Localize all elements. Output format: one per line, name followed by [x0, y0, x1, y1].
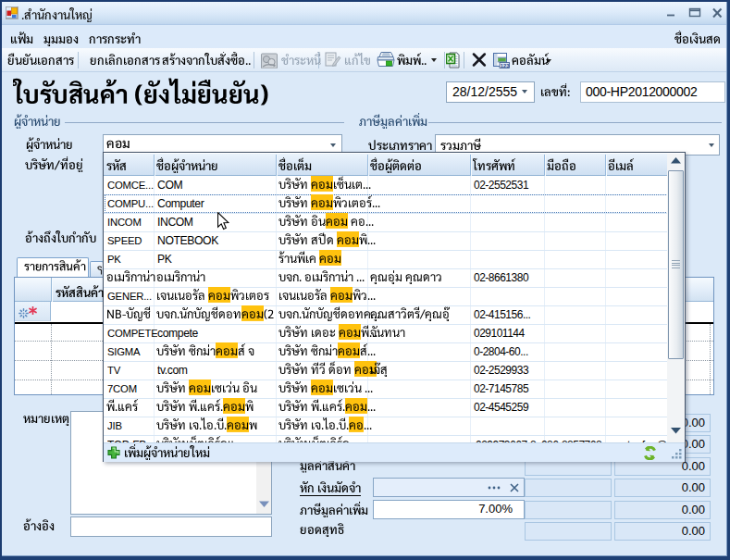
svg-text:123: 123 [501, 63, 510, 68]
